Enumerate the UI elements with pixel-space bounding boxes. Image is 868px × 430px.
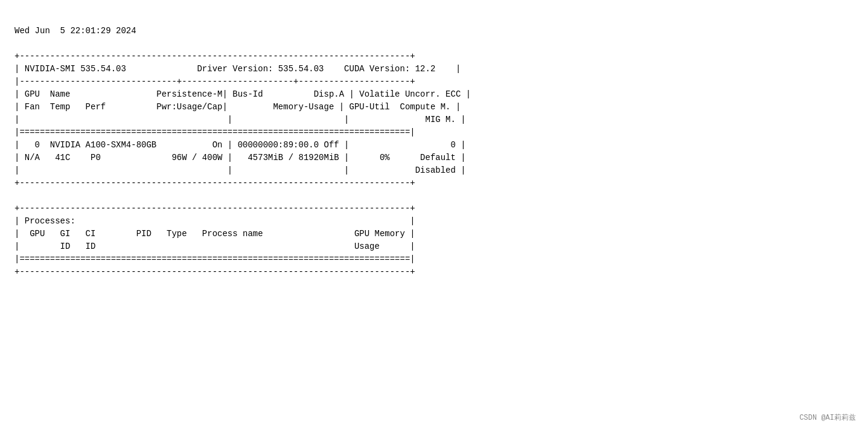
gpu-table: +---------------------------------------… xyxy=(14,51,471,277)
watermark: CSDN @AI莉莉兹 xyxy=(799,412,856,423)
terminal-container: Wed Jun 5 22:01:29 2024 +---------------… xyxy=(14,12,854,291)
timestamp-line: Wed Jun 5 22:01:29 2024 xyxy=(14,26,136,36)
